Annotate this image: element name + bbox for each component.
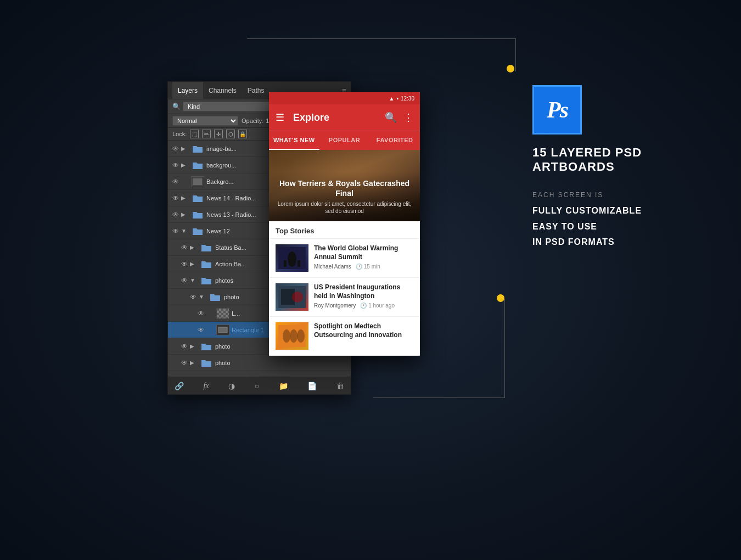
search-icon[interactable]: 🔍: [385, 111, 397, 124]
story-content-1: The World Global Warming Annual Summit M…: [314, 244, 413, 272]
story-meta-1: Michael Adams 🕐 15 min: [314, 264, 413, 270]
story-title-1: The World Global Warming Annual Summit: [314, 244, 413, 261]
layer-folder-thumb: [191, 143, 204, 154]
svg-point-12: [290, 329, 297, 343]
tab-popular[interactable]: POPULAR: [319, 131, 370, 150]
hero-text: How Terriers & Royals Gatecrashed Final …: [276, 178, 413, 215]
lock-artboard-icon[interactable]: ⬡: [226, 130, 235, 138]
desc-item-3: IN PSD FORMATS: [532, 234, 686, 250]
lock-label: Lock:: [172, 131, 187, 137]
opacity-label: Opacity:: [242, 117, 263, 124]
connector-dot-bottom: [497, 294, 504, 302]
layer-folder-thumb: [191, 160, 204, 171]
delete-layer-icon[interactable]: 🗑: [334, 382, 346, 390]
layer-item[interactable]: 👁 ▶ photo: [168, 355, 351, 371]
visibility-eye-icon[interactable]: 👁: [170, 190, 181, 206]
toolbar-icons: 🔍 ⋮: [385, 111, 413, 124]
expand-arrow-icon[interactable]: ▶: [190, 244, 198, 250]
battery-icon: ▪: [396, 96, 398, 102]
expand-arrow-icon[interactable]: ▶: [181, 145, 189, 152]
layer-name: photo: [215, 376, 349, 377]
expand-arrow-icon[interactable]: ▼: [181, 228, 189, 234]
visibility-eye-icon[interactable]: 👁: [179, 371, 190, 377]
visibility-eye-icon[interactable]: 👁: [195, 322, 206, 338]
app-title: Explore: [293, 112, 385, 124]
visibility-eye-icon[interactable]: 👁: [170, 223, 181, 239]
visibility-eye-icon[interactable]: 👁: [195, 305, 206, 321]
tab-paths[interactable]: Paths: [242, 82, 270, 99]
visibility-eye-icon[interactable]: 👁: [170, 141, 181, 156]
story-item-2[interactable]: US President Inaugurations held in Washi…: [269, 278, 420, 317]
layer-folder-thumb: [191, 193, 204, 204]
tab-whats-new[interactable]: WHAT'S NEW: [269, 131, 319, 150]
expand-arrow-icon[interactable]: ▶: [190, 360, 198, 366]
expand-arrow-icon[interactable]: ▶: [181, 211, 189, 217]
visibility-eye-icon[interactable]: 👁: [179, 272, 190, 288]
hero-section: How Terriers & Royals Gatecrashed Final …: [269, 150, 420, 221]
story-content-2: US President Inaugurations held in Washi…: [314, 283, 413, 311]
svg-rect-5: [284, 260, 287, 267]
status-icons: ▲ ▪ 12:30: [389, 96, 414, 102]
tab-favorited[interactable]: FAVORITED: [369, 131, 420, 150]
layer-effects-icon[interactable]: fx: [201, 382, 211, 390]
product-title: 15 LAYERED PSD ARTBOARDS: [532, 145, 686, 175]
expand-arrow-icon[interactable]: ▼: [199, 294, 206, 300]
expand-arrow-icon[interactable]: ▼: [190, 277, 198, 283]
stories-section-header: Top Stories: [269, 221, 420, 239]
hamburger-menu-icon[interactable]: ☰: [276, 111, 284, 124]
lock-transparent-icon[interactable]: ⬚: [190, 130, 199, 138]
svg-point-13: [297, 329, 305, 343]
story-meta-2: Roy Montgomery 🕐 1 hour ago: [314, 303, 413, 309]
adjustment-layer-icon[interactable]: ○: [252, 382, 261, 390]
layer-item[interactable]: 👁 ▶ photo: [168, 371, 351, 377]
layer-folder-thumb: [191, 226, 204, 237]
story-author-1: Michael Adams: [314, 264, 351, 270]
svg-rect-2: [218, 327, 227, 333]
right-info-panel: Ps 15 LAYERED PSD ARTBOARDS EACH SCREEN …: [532, 85, 686, 250]
lock-position-icon[interactable]: ✛: [214, 130, 223, 138]
visibility-eye-icon[interactable]: 👁: [179, 338, 190, 354]
signal-icon: ▲: [389, 96, 395, 102]
layer-name: photo: [215, 360, 349, 366]
story-author-2: Roy Montgomery: [314, 303, 356, 309]
expand-arrow-icon[interactable]: ▶: [181, 195, 189, 201]
expand-arrow-icon[interactable]: ▶: [190, 343, 198, 349]
desc-item-2: EASY TO USE: [532, 219, 686, 235]
story-item-1[interactable]: The World Global Warming Annual Summit M…: [269, 239, 420, 278]
layer-shape-thumb: [216, 324, 229, 335]
visibility-eye-icon[interactable]: 👁: [170, 157, 181, 173]
new-layer-icon[interactable]: 📄: [305, 382, 319, 390]
lock-paint-icon[interactable]: ✏: [202, 130, 211, 138]
story-item-3[interactable]: Spotlight on Medtech Outsourcing and Inn…: [269, 317, 420, 356]
expand-arrow-icon[interactable]: ▶: [190, 261, 198, 267]
visibility-eye-icon[interactable]: 👁: [179, 239, 190, 255]
expand-arrow-icon[interactable]: ▶: [190, 376, 198, 377]
tab-channels[interactable]: Channels: [203, 82, 242, 99]
add-mask-icon[interactable]: ◑: [226, 382, 237, 390]
clock-icon: 🕐: [360, 303, 367, 309]
new-group-icon[interactable]: 📁: [277, 382, 290, 390]
lock-all-icon[interactable]: 🔒: [238, 130, 247, 138]
visibility-eye-icon[interactable]: 👁: [179, 355, 190, 371]
visibility-eye-icon[interactable]: 👁: [179, 256, 190, 272]
visibility-eye-icon[interactable]: 👁: [188, 289, 199, 305]
tab-layers[interactable]: Layers: [172, 82, 203, 99]
mobile-app-screen: ▲ ▪ 12:30 ☰ Explore 🔍 ⋮ WHAT'S NEW POPUL…: [269, 92, 420, 356]
more-options-icon[interactable]: ⋮: [403, 111, 413, 124]
layer-folder-thumb: [191, 209, 204, 220]
link-layers-icon[interactable]: 🔗: [172, 382, 186, 390]
mobile-tabs: WHAT'S NEW POPULAR FAVORITED: [269, 131, 420, 150]
expand-arrow-icon[interactable]: ▶: [181, 162, 189, 168]
visibility-eye-icon[interactable]: 👁: [170, 206, 181, 222]
svg-point-11: [283, 329, 290, 343]
layer-folder-thumb: [200, 275, 213, 286]
time-display: 12:30: [401, 96, 414, 102]
story-thumbnail-1: [276, 244, 308, 272]
mobile-status-bar: ▲ ▪ 12:30: [269, 92, 420, 104]
blend-mode-select[interactable]: Normal: [172, 116, 238, 126]
svg-rect-6: [297, 260, 300, 267]
connector-line-top: [247, 38, 516, 71]
each-screen-label: EACH SCREEN IS: [532, 191, 686, 199]
hero-subtitle: Lorem ipsum dolor sit amet, consectetur …: [276, 200, 413, 215]
visibility-eye-icon[interactable]: 👁: [170, 173, 181, 189]
